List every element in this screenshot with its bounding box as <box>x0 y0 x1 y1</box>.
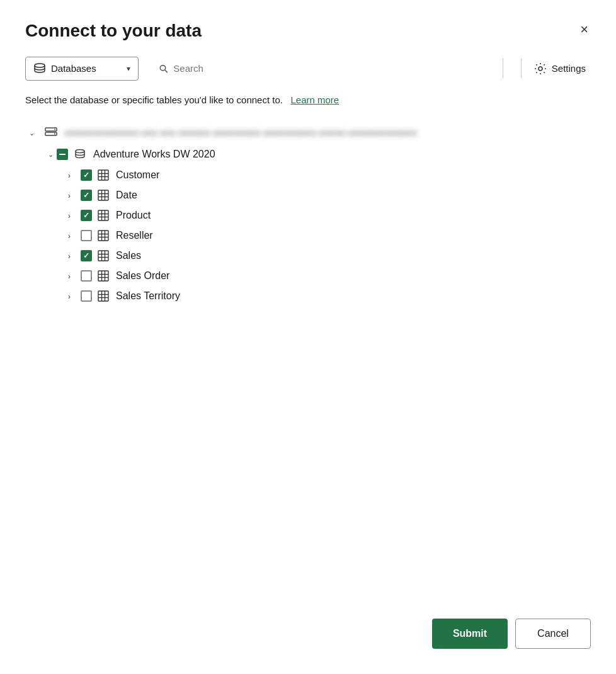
svg-point-6 <box>54 129 55 130</box>
server-name-blurred: ■■■■■■■■■■■■■■ ■■■ ■■■ ■■■■■■ ■■■■■■■■■ … <box>64 128 591 138</box>
table-expand-icon: › <box>63 249 76 262</box>
tree-table-row[interactable]: › Product <box>25 205 591 226</box>
table-grid-icon <box>97 270 110 282</box>
table-list: › Customer› Date› Product› Reseller› <box>25 165 591 306</box>
table-checkbox[interactable] <box>81 290 92 302</box>
svg-rect-34 <box>98 271 108 281</box>
server-icon <box>44 126 58 140</box>
database-icon <box>33 62 46 75</box>
table-grid-icon <box>97 189 110 202</box>
settings-button[interactable]: Settings <box>529 57 591 80</box>
search-icon <box>159 64 168 74</box>
table-grid-icon <box>97 209 110 222</box>
svg-point-1 <box>160 65 165 70</box>
gear-icon <box>534 62 547 75</box>
svg-rect-9 <box>98 170 108 180</box>
table-name: Sales Order <box>116 270 169 282</box>
search-input[interactable] <box>173 63 493 74</box>
table-grid-icon <box>97 249 110 262</box>
cancel-button[interactable]: Cancel <box>515 619 591 649</box>
database-checkbox[interactable] <box>57 149 68 160</box>
svg-rect-24 <box>98 231 108 241</box>
svg-point-7 <box>54 134 55 135</box>
table-expand-icon: › <box>63 209 76 222</box>
tree: ⌄ ■■■■■■■■■■■■■■ ■■■ ■■■ ■■■■■■ ■■■■■■■■… <box>25 122 591 598</box>
table-checkbox[interactable] <box>81 270 92 282</box>
svg-point-8 <box>76 150 84 153</box>
footer-actions: Submit Cancel <box>25 598 591 649</box>
database-icon <box>73 147 87 161</box>
toolbar: Databases ▾ Settings <box>25 57 591 81</box>
svg-rect-14 <box>98 190 108 200</box>
table-name: Sales <box>116 250 141 261</box>
table-expand-icon: › <box>63 290 76 302</box>
server-expand-icon: ⌄ <box>25 127 38 139</box>
connect-dialog: Connect to your data × Databases ▾ <box>0 0 616 674</box>
table-expand-icon: › <box>63 189 76 202</box>
databases-dropdown[interactable]: Databases ▾ <box>25 57 139 81</box>
databases-label: Databases <box>51 63 96 74</box>
svg-rect-19 <box>98 210 108 220</box>
tree-table-row[interactable]: › Customer <box>25 165 591 185</box>
tree-table-row[interactable]: › Sales Order <box>25 266 591 286</box>
description: Select the database or specific tables y… <box>25 93 591 108</box>
tree-table-row[interactable]: › Reseller <box>25 226 591 246</box>
table-expand-icon: › <box>63 270 76 282</box>
dialog-header: Connect to your data × <box>25 20 591 42</box>
svg-point-3 <box>539 67 542 71</box>
table-checkbox[interactable] <box>81 169 92 181</box>
table-name: Sales Territory <box>116 290 180 302</box>
svg-line-2 <box>165 70 168 72</box>
toolbar-divider <box>521 59 522 79</box>
table-name: Reseller <box>116 230 153 241</box>
tree-server-row[interactable]: ⌄ ■■■■■■■■■■■■■■ ■■■ ■■■ ■■■■■■ ■■■■■■■■… <box>25 122 591 144</box>
table-checkbox[interactable] <box>81 230 92 241</box>
database-expand-icon: ⌄ <box>44 148 57 161</box>
chevron-down-icon: ▾ <box>127 64 130 73</box>
settings-label: Settings <box>552 63 586 74</box>
table-grid-icon <box>97 169 110 181</box>
table-checkbox[interactable] <box>81 250 92 261</box>
learn-more-link[interactable]: Learn more <box>290 94 339 105</box>
tree-table-row[interactable]: › Sales Territory <box>25 286 591 306</box>
table-checkbox[interactable] <box>81 210 92 221</box>
table-expand-icon: › <box>63 169 76 181</box>
tree-database-row[interactable]: ⌄ Adventure Works DW 2020 <box>25 144 591 165</box>
table-name: Product <box>116 210 151 221</box>
dialog-title: Connect to your data <box>25 20 202 42</box>
svg-point-0 <box>35 64 45 67</box>
svg-rect-39 <box>98 291 108 301</box>
table-expand-icon: › <box>63 229 76 242</box>
table-grid-icon <box>97 290 110 302</box>
table-name: Date <box>116 190 137 201</box>
search-container <box>149 58 503 79</box>
table-grid-icon <box>97 229 110 242</box>
submit-button[interactable]: Submit <box>432 619 508 649</box>
tree-table-row[interactable]: › Sales <box>25 246 591 266</box>
table-checkbox[interactable] <box>81 190 92 201</box>
svg-rect-29 <box>98 251 108 261</box>
database-name: Adventure Works DW 2020 <box>93 149 215 160</box>
tree-table-row[interactable]: › Date <box>25 185 591 205</box>
close-button[interactable]: × <box>578 20 591 39</box>
table-name: Customer <box>116 169 159 181</box>
